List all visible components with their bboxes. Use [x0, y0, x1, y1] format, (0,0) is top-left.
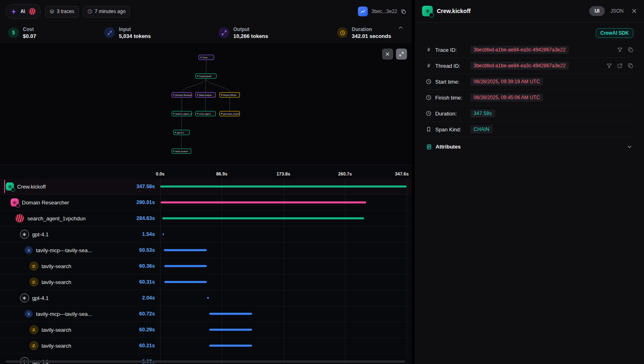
span-duration: 2.04s	[142, 295, 160, 301]
chevron-down-icon[interactable]	[626, 144, 633, 150]
graph-node[interactable]: gpt-4.1	[173, 130, 190, 135]
anthropic-logo-icon: A\	[20, 9, 25, 14]
node-color-dot	[173, 151, 174, 152]
detail-value[interactable]: 3becbfed-a1be-ae84-ea3c-4942867a3e22	[470, 62, 569, 70]
stat-label: Cost	[23, 27, 36, 32]
chart-icon[interactable]	[358, 7, 368, 16]
span-track	[160, 179, 412, 194]
detail-panel-header: Crew.kickoff UI JSON	[416, 0, 644, 22]
close-panel-icon[interactable]	[631, 8, 637, 14]
duration-bar	[162, 218, 364, 220]
detail-panel-body: CrewAI SDK # Trace ID: 3becbfed-a1be-ae8…	[416, 22, 644, 156]
stats-bar: $ Cost $0.07 Input 5,034 tokens Output 1…	[0, 23, 412, 42]
output-arrows-icon	[219, 27, 229, 38]
detail-label: Span Kind:	[435, 127, 467, 133]
timeline-row[interactable]: gpt-4.1 2.04s	[0, 290, 412, 306]
node-color-dot	[200, 57, 201, 58]
axis-tick: 347.6s	[395, 171, 409, 176]
panel-divider	[412, 0, 415, 364]
graph-node-label: crew_agent	[199, 113, 210, 115]
detail-label: Start time:	[435, 79, 467, 85]
timeline-row[interactable]: search_agent_1vpchdun 284.63s	[0, 211, 412, 226]
copy-icon[interactable]	[628, 63, 633, 69]
graph-node[interactable]: crew_agent	[195, 111, 216, 116]
timeline-row[interactable]: Crew.kickoff 347.58s	[0, 179, 412, 195]
node-color-dot	[221, 113, 222, 114]
graph-node[interactable]: Crew.kickoff	[195, 73, 217, 79]
detail-row: Span Kind: CHAIN	[425, 122, 633, 138]
span-name: tavily-search	[42, 343, 72, 349]
traces-count-badge[interactable]: 3 traces	[45, 6, 79, 18]
span-duration: 60.53s	[139, 247, 160, 253]
span-name: tavily-mcp---tavily-sea...	[36, 311, 92, 317]
filter-icon[interactable]	[606, 63, 612, 69]
sdk-badge[interactable]: CrewAI SDK	[596, 28, 633, 38]
attributes-section[interactable]: Attributes	[425, 138, 633, 156]
span-duration: 60.72s	[139, 311, 160, 317]
flag-icon	[425, 127, 432, 132]
detail-row: Start time: 06/28/2025, 09:39:19 AM UTC	[425, 74, 633, 90]
tavily-search-icon	[29, 341, 38, 350]
timeline-row[interactable]: tavily-search 60.21s	[0, 338, 412, 354]
clock-icon	[425, 79, 432, 84]
timeline-row[interactable]: tavily-search 60.36s	[0, 258, 412, 274]
span-duration: 347.58s	[136, 184, 160, 189]
detail-value[interactable]: CHAIN	[470, 125, 493, 133]
duration-bar	[164, 281, 207, 283]
graph-node[interactable]: Report Writer	[219, 92, 240, 98]
filter-icon[interactable]	[617, 47, 623, 53]
detail-value[interactable]: 06/28/2025, 09:39:19 AM UTC	[470, 78, 543, 86]
timeline-row[interactable]: tavily-mcp---tavily-sea... 60.72s	[0, 306, 412, 322]
duration-bar	[209, 345, 252, 347]
time-ago-badge: 7 minutes ago	[83, 6, 130, 18]
tools-icon	[25, 310, 33, 318]
stat-output: Output 10,266 tokens	[219, 27, 337, 39]
timeline-row[interactable]: tavily-search 60.29s	[0, 322, 412, 338]
span-name: gpt-4.1	[32, 295, 49, 301]
timeline-row[interactable]: tavily-search 60.31s	[0, 274, 412, 290]
timeline-row[interactable]: tavily-mcp---tavily-sea... 60.53s	[0, 242, 412, 258]
expand-graph-button[interactable]	[396, 49, 407, 60]
detail-value[interactable]: 3becbfed-a1be-ae84-ea3c-4942867a3e22	[470, 46, 569, 54]
axis-tick: 173.8s	[277, 171, 291, 176]
stat-value: 5,034 tokens	[119, 33, 151, 39]
clock-icon	[87, 9, 92, 14]
document-icon	[426, 144, 432, 150]
tab-json[interactable]: JSON	[610, 8, 624, 14]
graph-node-label: Domain Researcher	[175, 94, 192, 96]
close-graph-button[interactable]	[382, 49, 393, 60]
app-root: A\ 3 traces 7 minutes ago 3bec...3e22 $ …	[0, 0, 644, 364]
span-track	[160, 242, 412, 258]
crewai-logo-icon	[15, 214, 24, 223]
graph-node-label: generate_report	[223, 113, 239, 115]
duration-bar	[209, 329, 252, 331]
detail-value[interactable]: 06/28/2025, 09:45:06 AM UTC	[470, 93, 543, 102]
graph-node[interactable]: generate_report	[219, 111, 240, 116]
graph-node[interactable]: Domain Researcher	[172, 92, 192, 98]
timeline-row[interactable]: gpt-4.1 1.54s	[0, 226, 412, 242]
duration-bar	[164, 249, 207, 251]
collapse-stats-chevron-icon[interactable]	[398, 24, 404, 31]
axis-tick: 260.7s	[338, 171, 352, 176]
copy-icon[interactable]	[401, 9, 406, 14]
timeline-row[interactable]: Domain Researcher 290.01s	[0, 195, 412, 211]
stat-label: Duration	[352, 27, 391, 32]
external-link-icon[interactable]	[617, 63, 623, 69]
detail-value[interactable]: 347.58s	[470, 109, 495, 118]
span-duration: 284.63s	[136, 215, 160, 221]
graph-edges	[0, 43, 412, 164]
integration-logos: A\	[6, 4, 41, 19]
agent-icon	[11, 198, 19, 206]
tab-ui[interactable]: UI	[589, 6, 605, 16]
graph-node[interactable]: Data Analyst	[195, 92, 216, 98]
duration-bar	[163, 233, 164, 235]
graph-node[interactable]: Crew	[199, 55, 214, 60]
detail-label: Trace ID:	[435, 47, 467, 53]
duration-bar	[207, 297, 209, 299]
graph-node[interactable]: search_agent_1vpchdun	[172, 111, 192, 116]
horizontal-scrollbar[interactable]	[6, 360, 405, 363]
copy-icon[interactable]	[628, 47, 633, 53]
traces-count-label: 3 traces	[57, 9, 74, 14]
stat-value: 10,266 tokens	[233, 33, 268, 39]
graph-node[interactable]: tavily-search	[172, 149, 191, 154]
